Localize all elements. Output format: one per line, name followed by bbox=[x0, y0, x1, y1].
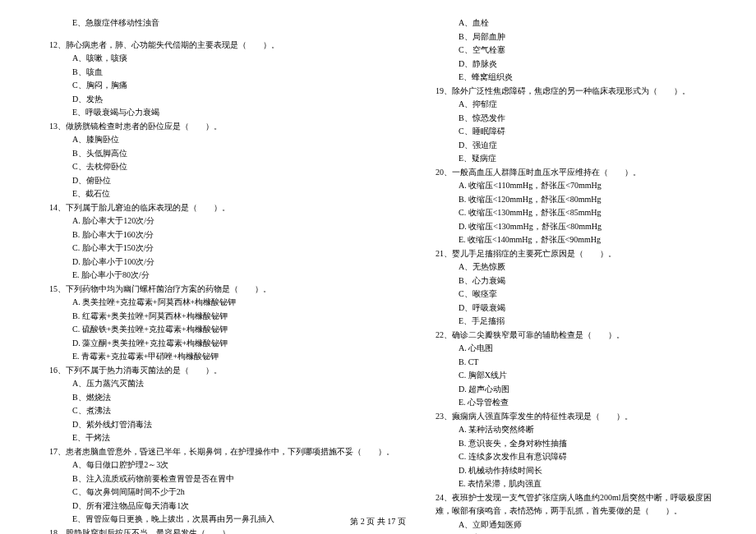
q19-option-e: E、疑病症 bbox=[419, 152, 723, 166]
q13-option-c: C、去枕仰卧位 bbox=[33, 160, 394, 174]
q19-option-b: B、惊恐发作 bbox=[419, 112, 723, 126]
q21-option-b: B、心力衰竭 bbox=[419, 274, 723, 288]
q19: 19、除外广泛性焦虑障碍，焦虑症的另一种临床表现形式为（ ）。 bbox=[419, 85, 723, 99]
q16-option-e: E、干烤法 bbox=[33, 431, 394, 445]
q15-option-a: A. 奥美拉唑+克拉霉素+阿莫西林+枸橼酸铋钾 bbox=[33, 296, 394, 310]
right-column: A、血栓 B、局部血肿 C、空气栓塞 D、静脉炎 E、蜂窝组织炎 19、除外广泛… bbox=[419, 16, 723, 534]
q15: 15、下列药物中均为幽门螺杆菌治疗方案的药物是（ ）。 bbox=[33, 283, 394, 297]
q22-option-e: E. 心导管检查 bbox=[419, 396, 723, 410]
q22-option-d: D. 超声心动图 bbox=[419, 383, 723, 397]
q12-option-b: B、咳血 bbox=[33, 66, 394, 80]
q14: 14、下列属于胎儿窘迫的临床表现的是（ ）。 bbox=[33, 201, 394, 215]
q16: 16、下列不属于热力消毒灭菌法的是（ ）。 bbox=[33, 364, 394, 378]
q18-option-a: A、血栓 bbox=[419, 16, 723, 30]
q22-option-b: B. CT bbox=[419, 356, 723, 370]
q22-option-a: A. 心电图 bbox=[419, 342, 723, 356]
q11-option-e: E、急腹症伴移动性浊音 bbox=[33, 16, 394, 30]
q23-option-b: B. 意识丧失，全身对称性抽搐 bbox=[419, 437, 723, 451]
q19-option-a: A、抑郁症 bbox=[419, 98, 723, 112]
q17: 17、患者患脑血管意外，昏迷已半年，长期鼻饲，在护理操作中，下列哪项措施不妥（ … bbox=[33, 445, 394, 459]
q13-option-b: B、头低脚高位 bbox=[33, 147, 394, 161]
q13: 13、做膀胱镜检查时患者的卧位应是（ ）。 bbox=[33, 120, 394, 134]
q14-option-c: C. 胎心率大于150次/分 bbox=[33, 242, 394, 255]
q20-option-a: A. 收缩压<110mmHg，舒张压<70mmHg bbox=[419, 179, 723, 193]
q15-option-b: B. 红霉素+奥美拉唑+阿莫西林+枸橼酸铋钾 bbox=[33, 310, 394, 324]
q16-option-a: A、压力蒸汽灭菌法 bbox=[33, 377, 394, 391]
q20-option-b: B. 收缩压<120mmHg，舒张压<80mmHg bbox=[419, 193, 723, 207]
q17-option-d: D、所有灌注物品应每天消毒1次 bbox=[33, 499, 394, 513]
q21-option-e: E、手足搐搦 bbox=[419, 315, 723, 329]
q15-option-e: E. 青霉素+克拉霉素+甲硝唑+枸橼酸铋钾 bbox=[33, 350, 394, 364]
q18-option-b: B、局部血肿 bbox=[419, 30, 723, 44]
q12-option-a: A、咳嗽，咳痰 bbox=[33, 52, 394, 66]
q21-option-d: D、呼吸衰竭 bbox=[419, 302, 723, 315]
q21-option-c: C、喉痉挛 bbox=[419, 288, 723, 302]
q12: 12、肺心病患者，肺、心功能失代偿期的主要表现是（ ）。 bbox=[33, 39, 394, 53]
q20: 20、一般高血压人群降压时血压水平应维持在（ ）。 bbox=[419, 166, 723, 180]
q20-option-c: C. 收缩压<130mmHg，舒张压<85mmHg bbox=[419, 206, 723, 220]
left-column: E、急腹症伴移动性浊音 12、肺心病患者，肺、心功能失代偿期的主要表现是（ ）。… bbox=[33, 16, 394, 534]
q23-option-a: A. 某种活动突然终断 bbox=[419, 423, 723, 437]
q21: 21、婴儿手足搐搦症的主要死亡原因是（ ）。 bbox=[419, 247, 723, 261]
q14-option-e: E. 胎心率小于80次/分 bbox=[33, 269, 394, 283]
q14-option-d: D. 胎心率小于100次/分 bbox=[33, 255, 394, 269]
q20-option-e: E. 收缩压<140mmHg，舒张压<90mmHg bbox=[419, 233, 723, 247]
q22: 22、确诊二尖瓣狭窄最可靠的辅助检查是（ ）。 bbox=[419, 329, 723, 343]
q17-option-a: A、每日做口腔护理2～3次 bbox=[33, 458, 394, 472]
q13-option-d: D、俯卧位 bbox=[33, 174, 394, 188]
q19-option-d: D、强迫症 bbox=[419, 139, 723, 153]
q21-option-a: A、无热惊厥 bbox=[419, 260, 723, 274]
q14-option-a: A. 胎心率大于120次/分 bbox=[33, 214, 394, 228]
q12-option-c: C、胸闷，胸痛 bbox=[33, 79, 394, 93]
q23-option-d: D. 机械动作持续时间长 bbox=[419, 464, 723, 478]
q15-option-d: D. 藻立酮+奥美拉唑+克拉霉素+枸橼酸铋钾 bbox=[33, 337, 394, 351]
q22-option-c: C. 胸部X线片 bbox=[419, 369, 723, 383]
q24: 24、夜班护士发现一支气管扩张症病人咯血约200ml后突然中断，呼吸极度困难，喉… bbox=[419, 491, 723, 518]
q13-option-e: E、截石位 bbox=[33, 187, 394, 201]
q18-option-d: D、静脉炎 bbox=[419, 58, 723, 71]
q17-option-c: C、每次鼻饲间隔时间不少于2h bbox=[33, 486, 394, 499]
q12-option-e: E、呼吸衰竭与心力衰竭 bbox=[33, 106, 394, 120]
q19-option-c: C、睡眠障碍 bbox=[419, 125, 723, 139]
q15-option-c: C. 硫酸铁+奥美拉唑+克拉霉素+枸橼酸铋钾 bbox=[33, 323, 394, 337]
page-footer: 第 2 页 共 17 页 bbox=[0, 516, 756, 527]
q23: 23、癫痫病人强直阵挛发生的特征性表现是（ ）。 bbox=[419, 410, 723, 424]
q16-option-c: C、煮沸法 bbox=[33, 404, 394, 418]
q18-option-c: C、空气栓塞 bbox=[419, 44, 723, 58]
q12-option-d: D、发热 bbox=[33, 93, 394, 107]
q23-option-e: E. 表情呆滞，肌肉强直 bbox=[419, 477, 723, 491]
q18-option-e: E、蜂窝组织炎 bbox=[419, 71, 723, 85]
q16-option-b: B、燃烧法 bbox=[33, 391, 394, 405]
q23-option-c: C. 连续多次发作且有意识障碍 bbox=[419, 450, 723, 464]
q16-option-d: D、紫外线灯管消毒法 bbox=[33, 418, 394, 432]
q13-option-a: A、膝胸卧位 bbox=[33, 133, 394, 147]
q14-option-b: B. 胎心率大于160次/分 bbox=[33, 228, 394, 242]
q20-option-d: D. 收缩压<130mmHg，舒张压<80mmHg bbox=[419, 220, 723, 234]
q17-option-b: B、注入流质或药物前要检查胃管是否在胃中 bbox=[33, 472, 394, 486]
